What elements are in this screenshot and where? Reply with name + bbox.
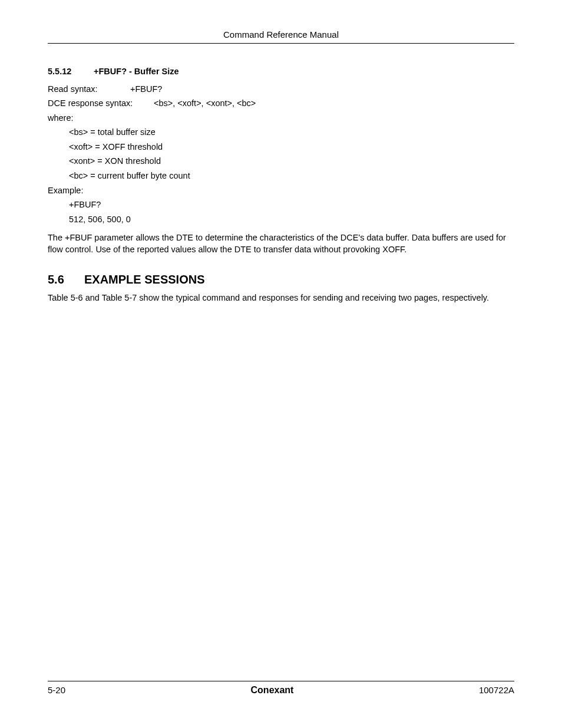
footer-brand: Conexant — [251, 685, 294, 696]
footer-rule — [48, 681, 514, 681]
where-label: where: — [48, 113, 514, 124]
dce-response-label: DCE response syntax: — [48, 98, 154, 110]
footer-row: 5-20 Conexant 100722A — [48, 685, 514, 696]
definition-line: <xont> = XON threshold — [48, 156, 514, 167]
subsection-paragraph: The +FBUF parameter allows the DTE to de… — [48, 232, 514, 255]
subsection-title: +FBUF? - Buffer Size — [94, 67, 179, 76]
example-label: Example: — [48, 185, 514, 197]
example-line: 512, 506, 500, 0 — [48, 214, 514, 226]
subsection-number: 5.5.12 — [48, 66, 94, 78]
example-line: +FBUF? — [48, 199, 514, 211]
subsection-heading: 5.5.12+FBUF? - Buffer Size — [48, 66, 514, 78]
header-title: Command Reference Manual — [48, 29, 514, 43]
section-paragraph: Table 5-6 and Table 5-7 show the typical… — [48, 292, 514, 304]
page: Command Reference Manual 5.5.12+FBUF? - … — [0, 0, 562, 728]
read-syntax-value: +FBUF? — [130, 84, 162, 94]
footer: 5-20 Conexant 100722A — [48, 681, 514, 696]
section-heading: 5.6EXAMPLE SESSIONS — [48, 272, 514, 288]
section-number: 5.6 — [48, 272, 84, 288]
definition-line: <bc> = current buffer byte count — [48, 170, 514, 182]
read-syntax-line: Read syntax:+FBUF? — [48, 84, 514, 95]
content-area: 5.5.12+FBUF? - Buffer Size Read syntax:+… — [48, 44, 514, 304]
definition-line: <xoft> = XOFF threshold — [48, 141, 514, 153]
definition-line: <bs> = total buffer size — [48, 127, 514, 139]
dce-response-line: DCE response syntax:<bs>, <xoft>, <xont>… — [48, 98, 514, 110]
dce-response-value: <bs>, <xoft>, <xont>, <bc> — [154, 98, 256, 108]
section-title: EXAMPLE SESSIONS — [84, 273, 205, 286]
footer-page-number: 5-20 — [48, 685, 65, 695]
read-syntax-label: Read syntax: — [48, 84, 130, 95]
footer-doc-id: 100722A — [479, 685, 514, 695]
